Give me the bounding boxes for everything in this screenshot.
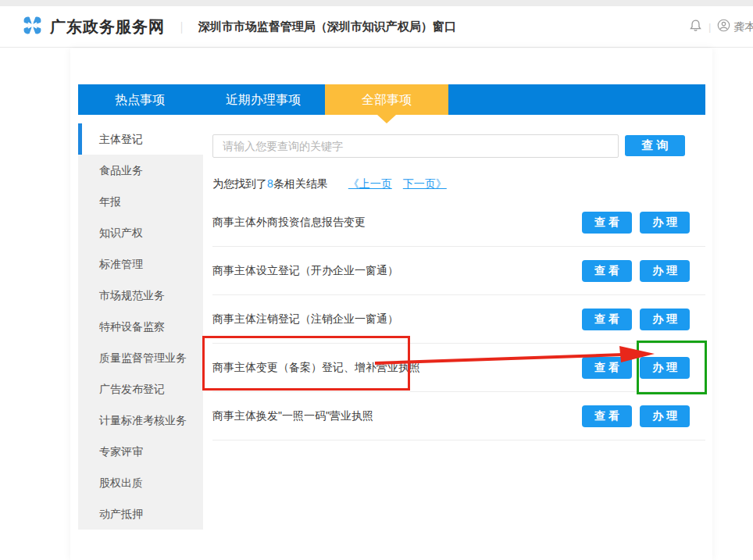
apply-button[interactable]: 办 理 (640, 309, 690, 330)
apply-button[interactable]: 办 理 (640, 357, 690, 379)
next-page-link[interactable]: 下一页》 (403, 177, 447, 190)
results-summary: 为您找到了8条相关结果《上一页下一页》 (212, 177, 447, 191)
service-row: 商事主体换发"一照一码"营业执照 查 看 办 理 (212, 392, 705, 441)
view-button[interactable]: 查 看 (582, 309, 632, 330)
sidebar-item-3[interactable]: 知识产权 (78, 217, 203, 248)
results-prefix: 为您找到了 (212, 177, 267, 190)
header-branding[interactable]: 广东政务服务网 ｜ 深圳市市场监督管理局（深圳市知识产权局）窗口 (22, 6, 456, 48)
user-avatar-icon[interactable] (717, 19, 730, 35)
tab-label: 近期办理事项 (226, 93, 301, 106)
sidebar-item-10[interactable]: 专家评审 (78, 436, 203, 467)
tab-label: 热点事项 (115, 93, 165, 106)
sidebar-item-2[interactable]: 年报 (78, 186, 203, 217)
service-title: 商事主体变更（备案）登记、增补营业执照 (212, 361, 582, 375)
service-row: 商事主体注销登记（注销企业一窗通） 查 看 办 理 (212, 295, 705, 344)
tab-label: 全部事项 (362, 93, 412, 106)
results-count: 8 (267, 177, 273, 190)
bell-icon[interactable] (689, 19, 702, 35)
sidebar-item-4[interactable]: 标准管理 (78, 248, 203, 280)
apply-button[interactable]: 办 理 (640, 405, 690, 427)
prev-page-link[interactable]: 《上一页 (348, 177, 392, 190)
tabs: 热点事项近期办理事项全部事项 (78, 84, 705, 115)
results-suffix: 条相关结果 (273, 177, 328, 190)
sidebar-item-9[interactable]: 计量标准考核业务 (78, 405, 203, 436)
category-sidebar: 主体登记食品业务年报知识产权标准管理市场规范业务特种设备监察质量监督管理业务广告… (78, 123, 203, 530)
service-row: 商事主体外商投资信息报告变更 查 看 办 理 (212, 198, 705, 247)
service-row: 商事主体变更（备案）登记、增补营业执照 查 看 办 理 (212, 344, 705, 392)
site-title: 广东政务服务网 (50, 16, 165, 37)
view-button[interactable]: 查 看 (582, 357, 632, 379)
service-title: 商事主体设立登记（开办企业一窗通） (212, 264, 582, 278)
sidebar-item-7[interactable]: 质量监督管理业务 (78, 342, 203, 373)
username-label[interactable]: 龚本超 (733, 20, 753, 34)
service-list: 商事主体外商投资信息报告变更 查 看 办 理 商事主体设立登记（开办企业一窗通）… (212, 198, 705, 441)
tab-0[interactable]: 热点事项 (78, 84, 202, 115)
site-logo-icon (22, 15, 43, 39)
site-header: 广东政务服务网 ｜ 深圳市市场监督管理局（深圳市知识产权局）窗口 | 龚本超 (0, 6, 753, 48)
sidebar-item-6[interactable]: 特种设备监察 (78, 311, 203, 342)
sidebar-item-12[interactable]: 动产抵押 (78, 498, 203, 530)
apply-button[interactable]: 办 理 (640, 212, 690, 234)
row-actions: 查 看 办 理 (582, 357, 705, 379)
service-title: 商事主体外商投资信息报告变更 (212, 216, 582, 230)
sidebar-item-5[interactable]: 市场规范业务 (78, 280, 203, 311)
header-right-divider: | (708, 21, 711, 33)
row-actions: 查 看 办 理 (582, 309, 705, 330)
service-title: 商事主体换发"一照一码"营业执照 (212, 409, 582, 423)
tab-1[interactable]: 近期办理事项 (202, 84, 325, 115)
row-actions: 查 看 办 理 (582, 260, 705, 282)
top-strip (0, 0, 753, 6)
row-actions: 查 看 办 理 (582, 212, 705, 234)
view-button[interactable]: 查 看 (582, 260, 632, 282)
tab-2[interactable]: 全部事项 (325, 84, 448, 115)
search-input[interactable] (212, 134, 619, 158)
row-actions: 查 看 办 理 (582, 405, 705, 427)
sidebar-item-0[interactable]: 主体登记 (78, 123, 203, 155)
search-button[interactable]: 查 询 (625, 135, 685, 156)
view-button[interactable]: 查 看 (582, 405, 632, 427)
sidebar-item-8[interactable]: 广告发布登记 (78, 373, 203, 405)
sidebar-item-11[interactable]: 股权出质 (78, 467, 203, 498)
header-divider: ｜ (176, 20, 187, 34)
sidebar-item-1[interactable]: 食品业务 (78, 155, 203, 186)
department-window-title: 深圳市市场监督管理局（深圳市知识产权局）窗口 (198, 20, 456, 34)
service-title: 商事主体注销登记（注销企业一窗通） (212, 312, 582, 326)
header-user-area: | 龚本超 (689, 6, 753, 48)
view-button[interactable]: 查 看 (582, 212, 632, 234)
service-row: 商事主体设立登记（开办企业一窗通） 查 看 办 理 (212, 247, 705, 295)
apply-button[interactable]: 办 理 (640, 260, 690, 282)
